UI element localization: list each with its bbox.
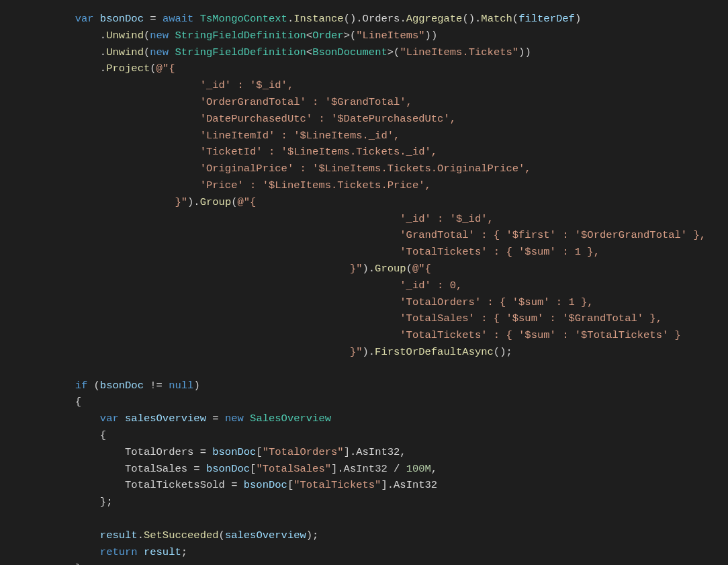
code-token-str: 'TotalSales' : { '$sum' : '$GrandTotal' …: [400, 312, 662, 324]
code-token-sp: [0, 263, 350, 275]
code-token-pl: (: [150, 62, 156, 75]
code-token-loc: bsonDoc: [206, 463, 250, 475]
code-token-pl: (: [406, 263, 412, 275]
code-token-meth: Project: [106, 62, 150, 75]
code-token-loc: bsonDoc: [100, 380, 144, 392]
code-token-meth: Match: [481, 13, 512, 25]
code-token-pl: .: [138, 529, 144, 541]
code-token-sp: [0, 62, 100, 75]
code-token-pl: [193, 13, 199, 25]
code-token-str: "TotalSales": [256, 463, 331, 475]
code-token-type: Order: [312, 30, 344, 42]
code-token-sp: [0, 196, 175, 208]
code-token-type: SalesOverview: [250, 412, 331, 425]
code-token-pl: <: [306, 46, 312, 58]
code-token-str: '_id' : '$_id',: [400, 213, 494, 225]
code-token-str: 'GrandTotal' : { '$first' : '$OrderGrand…: [400, 229, 706, 241]
code-token-pl: {: [100, 429, 106, 441]
code-token-sp: [0, 463, 125, 475]
code-token-sp: [0, 163, 200, 175]
code-token-kw: new: [150, 46, 169, 58]
code-token-loc: result: [100, 529, 138, 541]
code-token-meth: Unwind: [106, 46, 144, 58]
code-token-str: "TotalTickets": [293, 479, 381, 491]
code-token-loc: bsonDoc: [244, 479, 287, 491]
code-token-str: @"{: [238, 196, 257, 208]
code-token-str: 'OriginalPrice' : '$LineItems.Tickets.Or…: [200, 163, 531, 175]
code-token-str: @"{: [412, 263, 431, 275]
code-editor-content[interactable]: var bsonDoc = await TsMongoContext.Insta…: [0, 0, 728, 565]
code-token-pl: ;: [181, 546, 187, 558]
code-token-pl: }: [75, 562, 81, 565]
code-token-pl: .: [100, 30, 106, 42]
code-token-str: 'OrderGrandTotal' : '$GrandTotal',: [200, 96, 412, 108]
code-token-str: 'Price' : '$LineItems.Tickets.Price',: [200, 179, 431, 191]
code-token-kw: await: [163, 13, 194, 25]
code-token-type: StringFieldDefinition: [175, 30, 306, 42]
code-token-sp: [0, 213, 400, 225]
code-token-str: }": [175, 196, 187, 208]
code-token-pl: ).: [363, 263, 375, 275]
code-token-sp: [0, 479, 125, 491]
code-token-pl: [: [256, 446, 262, 458]
code-token-sp: [0, 346, 350, 358]
code-token-str: "LineItems.Tickets": [400, 46, 518, 58]
code-token-sp: [0, 429, 100, 441]
code-token-str: }": [350, 263, 363, 275]
code-token-str: 'TotalTickets' : { '$sum' : 1 },: [400, 246, 600, 258]
code-token-pl: ).: [187, 196, 200, 208]
code-token-pl: !=: [144, 380, 169, 392]
code-token-loc: filterDef: [518, 13, 575, 25]
code-token-kw: if: [75, 380, 88, 392]
code-token-type: TsMongoContext: [200, 13, 287, 25]
code-token-sp: [0, 279, 400, 292]
code-token-pl: (: [512, 13, 518, 25]
code-token-str: @"{: [156, 62, 175, 75]
code-token-kw: return: [100, 546, 138, 558]
code-token-pl: >(: [344, 30, 357, 42]
code-token-pl: (: [144, 30, 150, 42]
code-token-num: 100M: [406, 463, 431, 475]
code-token-meth: SetSucceeded: [144, 529, 219, 541]
code-token-type: StringFieldDefinition: [175, 46, 306, 58]
code-token-pl: .: [287, 13, 293, 25]
code-token-pl: ].AsInt32: [381, 479, 437, 491]
code-token-pl: [: [287, 479, 293, 491]
code-token-sp: [0, 446, 125, 458]
code-token-pl: ].AsInt32,: [344, 446, 406, 458]
code-token-sp: [0, 312, 400, 324]
code-token-str: 'LineItemId' : '$LineItems._id',: [200, 130, 400, 142]
code-token-str: 'TotalTickets' : { '$sum' : '$TotalTicke…: [400, 329, 681, 341]
code-token-pl: [244, 412, 250, 425]
code-token-pl: )): [518, 46, 531, 58]
code-token-sp: [0, 130, 200, 142]
code-token-pl: >(: [388, 46, 400, 58]
code-token-str: "LineItems": [356, 30, 424, 42]
code-token-str: }": [350, 346, 363, 358]
code-token-loc: result: [144, 546, 181, 558]
code-token-str: 'TotalOrders' : { '$sum' : 1 },: [400, 296, 593, 308]
code-token-pl: =: [144, 13, 163, 25]
code-token-pl: {: [75, 396, 81, 408]
code-token-meth: Aggregate: [406, 13, 463, 25]
code-token-sp: [0, 380, 75, 392]
code-token-meth: FirstOrDefaultAsync: [375, 346, 494, 358]
code-token-pl: [94, 13, 100, 25]
code-token-kw: new: [150, 30, 169, 42]
code-token-pl: [119, 412, 125, 425]
code-token-pl: ,: [431, 463, 437, 475]
code-token-pl: ().: [344, 13, 363, 25]
code-token-loc: bsonDoc: [100, 13, 144, 25]
code-token-str: '_id' : '$_id',: [200, 79, 294, 91]
code-token-kw: var: [75, 13, 94, 25]
code-token-pl: ).: [363, 346, 375, 358]
code-token-kw: new: [225, 412, 244, 425]
code-token-pl: (: [219, 529, 225, 541]
code-token-kw: var: [100, 412, 119, 425]
code-token-sp: [0, 30, 100, 42]
code-token-str: '_id' : 0,: [400, 279, 462, 292]
code-token-pl: .: [100, 62, 106, 75]
code-token-sp: [0, 146, 200, 158]
code-token-meth: Group: [375, 263, 406, 275]
code-token-pl: };: [100, 496, 113, 508]
